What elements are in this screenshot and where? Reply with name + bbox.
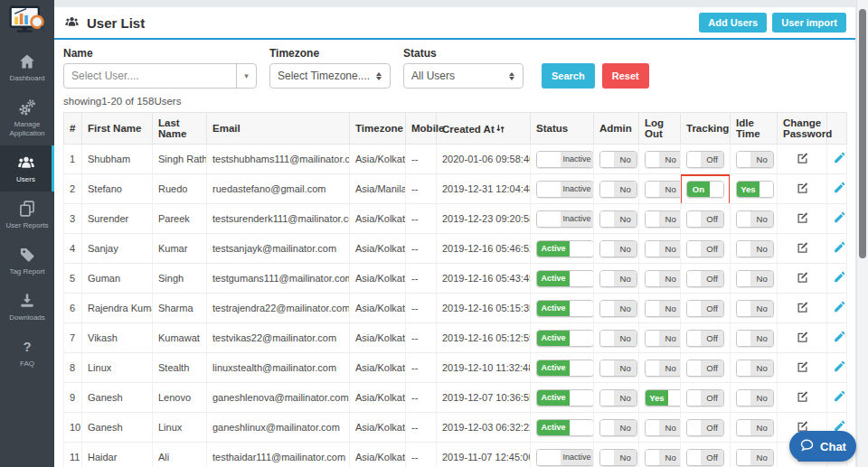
admin-toggle[interactable]: No [599, 210, 637, 228]
admin-toggle[interactable]: No [599, 449, 637, 466]
tracking-toggle[interactable]: Off [686, 240, 724, 257]
idle-time-toggle[interactable]: No [736, 240, 774, 257]
idle-time-toggle[interactable]: No [736, 389, 774, 406]
app-logo-icon[interactable] [7, 5, 47, 37]
status-toggle[interactable]: Inactive [536, 151, 594, 168]
logout-toggle[interactable]: No [645, 270, 681, 287]
logout-toggle[interactable]: No [645, 449, 681, 466]
change-password-button[interactable] [796, 240, 809, 257]
change-password-button[interactable] [796, 360, 809, 376]
idle-time-toggle[interactable]: No [736, 330, 774, 347]
sidebar-item-tag-report[interactable]: Tag Report [0, 238, 54, 284]
idle-time-toggle[interactable]: No [736, 360, 774, 377]
scrollbar-track[interactable] [856, 0, 868, 467]
logout-toggle[interactable]: No [645, 330, 681, 347]
edit-user-button[interactable] [833, 360, 846, 376]
chat-button[interactable]: Chat [789, 431, 856, 462]
sidebar-item-user-reports[interactable]: User Reports [0, 191, 54, 238]
status-toggle[interactable]: Active [536, 419, 594, 436]
logout-toggle[interactable]: No [645, 300, 681, 317]
edit-user-button[interactable] [833, 300, 846, 316]
change-password-button[interactable] [796, 151, 809, 167]
idle-time-toggle[interactable]: No [736, 210, 774, 228]
sidebar-item-faq[interactable]: ?FAQ [0, 330, 54, 376]
change-password-button[interactable] [796, 389, 809, 406]
logout-toggle[interactable]: No [645, 419, 681, 436]
sidebar-item-dashboard[interactable]: Dashboard [0, 44, 54, 90]
column-header-change-password: Change Password [778, 113, 827, 145]
user-select-input[interactable]: Select User.... ▾ [63, 63, 257, 89]
tracking-toggle[interactable]: Off [686, 270, 724, 287]
tracking-toggle[interactable]: Off [686, 360, 724, 377]
logout-toggle[interactable]: No [645, 181, 681, 198]
cell-logout: No [639, 443, 681, 467]
edit-user-button[interactable] [833, 270, 846, 286]
status-toggle[interactable]: Active [536, 240, 594, 257]
status-toggle[interactable]: Active [536, 270, 594, 287]
logout-toggle[interactable]: No [645, 240, 681, 257]
admin-toggle[interactable]: No [599, 330, 637, 347]
search-button[interactable]: Search [542, 63, 595, 89]
cell-change-password [778, 204, 827, 234]
idle-time-toggle[interactable]: No [736, 270, 774, 287]
status-toggle[interactable]: Active [536, 300, 594, 317]
change-password-button[interactable] [796, 270, 809, 286]
admin-toggle[interactable]: No [599, 300, 637, 317]
reset-button[interactable]: Reset [602, 63, 649, 89]
tracking-toggle[interactable]: Off [686, 419, 724, 436]
idle-time-toggle[interactable]: No [736, 419, 774, 436]
tracking-toggle[interactable]: Off [686, 449, 724, 466]
admin-toggle[interactable]: No [599, 270, 637, 287]
change-password-button[interactable] [796, 181, 809, 197]
tracking-toggle[interactable]: Off [686, 389, 724, 406]
admin-toggle[interactable]: No [599, 360, 637, 377]
status-select[interactable]: All Users [403, 63, 524, 89]
pencil-icon [833, 273, 846, 286]
idle-time-toggle[interactable]: No [736, 449, 774, 466]
status-toggle[interactable]: Active [536, 389, 594, 406]
admin-toggle[interactable]: No [599, 151, 637, 168]
logout-toggle[interactable]: No [645, 210, 681, 228]
change-password-button[interactable] [796, 300, 809, 316]
scrollbar-thumb[interactable] [859, 9, 866, 258]
logout-toggle[interactable]: No [645, 360, 681, 377]
idle-time-toggle[interactable]: No [736, 300, 774, 317]
admin-toggle[interactable]: No [599, 389, 637, 406]
sidebar-item-users[interactable]: Users [0, 145, 54, 191]
edit-user-button[interactable] [833, 151, 846, 167]
user-import-button[interactable]: User import [772, 13, 846, 33]
logout-toggle[interactable]: No [645, 151, 681, 168]
edit-user-button[interactable] [833, 210, 846, 227]
idle-time-toggle[interactable]: No [736, 151, 774, 168]
add-users-button[interactable]: Add Users [699, 13, 767, 33]
admin-toggle[interactable]: No [599, 240, 637, 257]
change-password-button[interactable] [796, 210, 809, 227]
tracking-toggle[interactable]: Off [686, 210, 724, 228]
sidebar-item-manage-application[interactable]: Manage Application [0, 90, 54, 145]
edit-user-button[interactable] [833, 181, 846, 197]
status-toggle[interactable]: Inactive [536, 181, 594, 198]
sidebar-item-downloads[interactable]: Downloads [0, 284, 54, 330]
edit-user-button[interactable] [833, 389, 846, 406]
edit-user-button[interactable] [833, 240, 846, 257]
tracking-toggle[interactable]: Off [686, 300, 724, 317]
admin-toggle[interactable]: No [599, 419, 637, 436]
column-header-created-at[interactable]: Created At [437, 113, 531, 145]
tracking-toggle[interactable]: On [686, 181, 724, 198]
status-toggle[interactable]: Active [536, 330, 594, 347]
tracking-toggle[interactable]: Off [686, 151, 724, 168]
admin-toggle[interactable]: No [599, 181, 637, 198]
status-toggle[interactable]: Active [536, 360, 594, 377]
logout-toggle[interactable]: Yes [645, 389, 681, 406]
cell-admin: No [594, 353, 639, 383]
sort-icon[interactable] [495, 124, 506, 135]
status-toggle[interactable]: Inactive [536, 210, 594, 228]
cell-mobile: -- [406, 383, 437, 413]
tracking-toggle[interactable]: Off [686, 330, 724, 347]
edit-user-button[interactable] [833, 330, 846, 346]
status-toggle[interactable]: Inactive [536, 449, 594, 466]
idle-time-toggle[interactable]: Yes [736, 181, 774, 198]
cell-timezone: Asia/Kolkata [350, 383, 406, 413]
timezone-select[interactable]: Select Timezone.... [269, 63, 391, 89]
change-password-button[interactable] [796, 330, 809, 346]
